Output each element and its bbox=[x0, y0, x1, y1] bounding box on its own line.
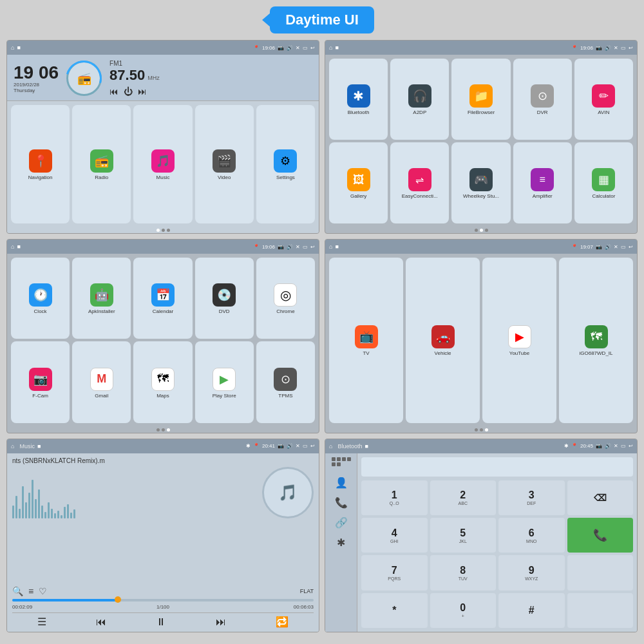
maps-icon: 🗺 bbox=[151, 368, 175, 391]
app-amplifier[interactable]: ≡ Amplifier bbox=[513, 142, 572, 223]
radio-dial[interactable]: 📻 bbox=[66, 61, 102, 96]
next-btn[interactable]: ⏭ bbox=[216, 616, 226, 628]
prev-track-btn[interactable]: ⏮ bbox=[109, 86, 118, 97]
app-radio[interactable]: 📻 Radio bbox=[72, 105, 131, 223]
play-pause-btn[interactable]: ⏸ bbox=[156, 616, 166, 628]
app-video[interactable]: 🎬 Video bbox=[195, 105, 254, 223]
x-icon-5[interactable]: ✕ bbox=[296, 443, 300, 449]
repeat-btn[interactable]: 🔁 bbox=[276, 616, 289, 628]
app-calendar[interactable]: 📅 Calendar bbox=[133, 258, 192, 339]
home-icon-6[interactable]: ⌂ bbox=[329, 443, 332, 450]
app-fcam[interactable]: 📷 F-Cam bbox=[11, 341, 70, 422]
dots-1 bbox=[7, 227, 319, 233]
app-chrome[interactable]: ◎ Chrome bbox=[256, 258, 315, 339]
bt-icon-sidebar[interactable]: ✱ bbox=[337, 536, 345, 549]
app-calculator[interactable]: ▦ Calculator bbox=[574, 142, 633, 223]
prev-btn[interactable]: ⏮ bbox=[96, 616, 106, 628]
bar-13 bbox=[51, 509, 53, 518]
bluetooth-icon: ✱ bbox=[347, 84, 370, 108]
home-icon-3[interactable]: ⌂ bbox=[11, 243, 14, 250]
apps2-content: 🕐 Clock 🤖 ApkInstaller 📅 Calendar 💿 DVD bbox=[7, 254, 319, 432]
x-icon-2[interactable]: ✕ bbox=[614, 45, 618, 51]
phone-icon[interactable]: 📞 bbox=[335, 497, 348, 509]
app-avin[interactable]: ✏ AVIN bbox=[574, 59, 633, 140]
statusbar-4: ⌂ ■ 📍 19:07 📷 🔊 ✕ ▭ ↩ bbox=[325, 240, 637, 254]
app-music[interactable]: 🎵 Music bbox=[133, 105, 192, 223]
home-icon-2[interactable]: ⌂ bbox=[329, 44, 332, 51]
home-icon-1[interactable]: ⌂ bbox=[11, 44, 14, 51]
location-icon-1: 📍 bbox=[253, 45, 260, 51]
app-gmail[interactable]: M Gmail bbox=[72, 341, 131, 422]
app-dvr[interactable]: ⊙ DVR bbox=[513, 59, 572, 140]
app-playstore[interactable]: ▶ Play Store bbox=[195, 341, 254, 422]
power-btn[interactable]: ⏻ bbox=[124, 86, 133, 97]
eq-btn[interactable]: ≡ bbox=[28, 586, 33, 596]
heart-btn[interactable]: ♡ bbox=[39, 586, 47, 596]
app-igo[interactable]: 🗺 iGO687WD_IL bbox=[559, 258, 633, 422]
lock-icon-6: ■ bbox=[365, 443, 368, 450]
app-easyconnect[interactable]: ⇌ EasyConnecti... bbox=[390, 142, 449, 223]
dot-2-1 bbox=[475, 229, 478, 232]
key-backspace[interactable]: ⌫ bbox=[567, 480, 634, 515]
key-call[interactable]: 📞 bbox=[567, 518, 634, 553]
app-settings-label: Settings bbox=[276, 175, 295, 180]
app-clock[interactable]: 🕐 Clock bbox=[11, 258, 70, 339]
key-star[interactable]: * bbox=[361, 593, 428, 628]
home-icon-5[interactable]: ⌂ bbox=[11, 443, 14, 450]
easyconnect-icon: ⇌ bbox=[408, 168, 431, 191]
key-3[interactable]: 3 DEF bbox=[498, 480, 565, 515]
music-content: nts (SNBRNxKLATCH Remix).m bbox=[7, 453, 319, 632]
app-wheelkey[interactable]: 🎮 Wheelkey Stu... bbox=[451, 142, 510, 223]
x-icon-3[interactable]: ✕ bbox=[296, 244, 300, 250]
app-tpms[interactable]: ⊙ TPMS bbox=[256, 341, 315, 422]
app-maps[interactable]: 🗺 Maps bbox=[133, 341, 192, 422]
app-navigation[interactable]: 📍 Navigation bbox=[11, 105, 70, 223]
app-a2dp[interactable]: 🎧 A2DP bbox=[390, 59, 449, 140]
x-icon-6[interactable]: ✕ bbox=[614, 443, 618, 449]
back-icon-5[interactable]: ↩ bbox=[310, 443, 315, 449]
bt-sidebar: 👤 📞 🔗 ✱ bbox=[325, 453, 357, 632]
back-icon-6[interactable]: ↩ bbox=[629, 443, 633, 449]
home-icon-4[interactable]: ⌂ bbox=[329, 243, 332, 250]
key-8[interactable]: 8 TUV bbox=[430, 555, 497, 590]
app-apkinstaller[interactable]: 🤖 ApkInstaller bbox=[72, 258, 131, 339]
back-icon-2[interactable]: ↩ bbox=[629, 45, 633, 51]
back-icon-1[interactable]: ↩ bbox=[310, 45, 315, 51]
freq-display: 87.50 bbox=[109, 67, 145, 84]
key-0[interactable]: 0 + bbox=[430, 593, 497, 628]
key-5[interactable]: 5 JKL bbox=[430, 518, 497, 553]
bar-11 bbox=[44, 512, 46, 518]
volume-icon-5: 🔊 bbox=[287, 443, 293, 449]
key-hash[interactable]: # bbox=[498, 593, 565, 628]
x-icon-4[interactable]: ✕ bbox=[614, 244, 618, 250]
search-music-btn[interactable]: 🔍 bbox=[12, 586, 23, 596]
key-4[interactable]: 4 GHI bbox=[361, 518, 428, 553]
back-icon-4[interactable]: ↩ bbox=[629, 244, 633, 250]
app-dvd[interactable]: 💿 DVD bbox=[195, 258, 254, 339]
app-gallery[interactable]: 🖼 Gallery bbox=[329, 142, 388, 223]
location-icon-2: 📍 bbox=[571, 45, 578, 51]
link-icon[interactable]: 🔗 bbox=[335, 516, 348, 529]
bar-3 bbox=[19, 509, 21, 518]
key-2[interactable]: 2 ABC bbox=[430, 480, 497, 515]
key-7[interactable]: 7 PQRS bbox=[361, 555, 428, 590]
app-youtube[interactable]: ▶ YouTube bbox=[482, 258, 556, 422]
key-9[interactable]: 9 WXYZ bbox=[498, 555, 565, 590]
next-track-btn[interactable]: ⏭ bbox=[138, 86, 147, 97]
music-progress-bar[interactable] bbox=[12, 599, 314, 601]
album-art: 🎵 bbox=[262, 467, 314, 518]
app-filebrowser-label: FileBrowser bbox=[468, 109, 495, 115]
app-tv[interactable]: 📺 TV bbox=[329, 258, 403, 422]
music-title-5: Music bbox=[19, 443, 35, 450]
key-1[interactable]: 1 Q..O bbox=[361, 480, 428, 515]
app-filebrowser[interactable]: 📁 FileBrowser bbox=[451, 59, 510, 140]
x-icon-1[interactable]: ✕ bbox=[296, 45, 300, 51]
back-icon-3[interactable]: ↩ bbox=[310, 244, 315, 250]
app-vehicle[interactable]: 🚗 Vehicle bbox=[406, 258, 480, 422]
key-6[interactable]: 6 MNO bbox=[498, 518, 565, 553]
app-settings[interactable]: ⚙ Settings bbox=[256, 105, 315, 223]
playlist-btn[interactable]: ☰ bbox=[37, 616, 46, 628]
title-badge: Daytime UI bbox=[270, 6, 374, 33]
app-bluetooth[interactable]: ✱ Bluetooth bbox=[329, 59, 388, 140]
person-icon[interactable]: 👤 bbox=[335, 477, 348, 489]
